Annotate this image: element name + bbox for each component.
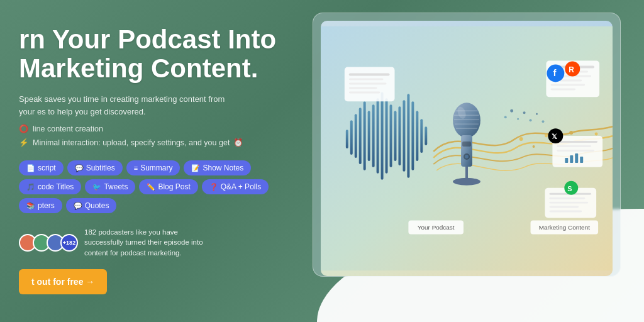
svg-rect-12	[394, 111, 396, 161]
tag-episode-titles[interactable]: 🎵 code Titles	[19, 179, 81, 194]
svg-rect-67	[580, 157, 583, 163]
tag-chapters[interactable]: 📚 pters	[19, 198, 62, 213]
svg-rect-70	[549, 197, 585, 199]
social-proof: +182 182 podcasters like you have succes…	[19, 227, 283, 257]
svg-point-22	[545, 135, 548, 138]
circle-icon: ⭕	[19, 124, 29, 133]
svg-point-43	[465, 155, 469, 158]
svg-text:𝕏: 𝕏	[552, 133, 557, 140]
svg-text:Your Podcast: Your Podcast	[418, 224, 455, 231]
lightning-icon: ⚡	[19, 138, 29, 147]
svg-rect-49	[349, 78, 384, 80]
svg-rect-52	[349, 91, 380, 93]
svg-rect-64	[565, 158, 568, 163]
cta-button[interactable]: t out for free →	[19, 269, 107, 294]
svg-text:S: S	[567, 185, 572, 192]
svg-rect-63	[557, 150, 594, 152]
main-title: rn Your Podcast Into Marketing Content.	[19, 25, 283, 83]
svg-rect-18	[420, 119, 423, 153]
svg-rect-59	[550, 88, 575, 90]
svg-rect-66	[575, 153, 578, 163]
avatar-count-badge: +182	[60, 234, 78, 252]
svg-point-30	[523, 111, 526, 114]
svg-rect-3	[355, 114, 357, 158]
svg-rect-4	[359, 108, 362, 164]
svg-rect-9	[381, 92, 384, 179]
svg-rect-6	[368, 111, 370, 161]
svg-text:f: f	[553, 67, 556, 78]
svg-point-20	[519, 137, 523, 141]
feature-1: ⭕ line content creation	[19, 124, 283, 135]
right-panel: f R 𝕏 S Your Podcast	[302, 0, 644, 322]
svg-rect-14	[402, 100, 405, 172]
svg-point-28	[510, 109, 513, 113]
chapters-icon: 📚	[26, 202, 35, 210]
page-wrapper: rn Your Podcast Into Marketing Content. …	[0, 0, 644, 322]
tag-tweets[interactable]: 🐦 Tweets	[85, 179, 135, 194]
svg-rect-58	[550, 84, 585, 86]
svg-point-21	[533, 145, 535, 148]
tags-section: 📄 script 💬 Subtitles ≡ Summary 📝 Show No…	[19, 160, 283, 217]
qa-icon: ❓	[209, 183, 218, 191]
screen-content: f R 𝕏 S Your Podcast	[321, 21, 613, 276]
tags-row-1: 📄 script 💬 Subtitles ≡ Summary 📝 Show No…	[19, 160, 283, 175]
svg-rect-41	[462, 142, 471, 147]
monitor-screen: f R 𝕏 S Your Podcast	[321, 21, 613, 276]
features-list: ⭕ line content creation ⚡ Minimal intera…	[19, 124, 283, 152]
svg-rect-17	[416, 111, 418, 161]
tag-blog-post[interactable]: ✏️ Blog Post	[139, 179, 197, 194]
blog-icon: ✏️	[147, 183, 155, 191]
subtitle-text: Speak saves you time in creating marketi…	[19, 93, 233, 118]
svg-rect-65	[570, 155, 573, 163]
avatar-group: +182	[19, 234, 78, 252]
tag-show-notes[interactable]: 📝 Show Notes	[184, 160, 251, 175]
svg-rect-7	[372, 104, 375, 167]
svg-point-31	[530, 119, 532, 121]
svg-point-34	[453, 103, 480, 138]
svg-point-29	[517, 118, 519, 120]
tags-row-3: 📚 pters 💬 Quotes	[19, 198, 283, 213]
subtitles-icon: 💬	[75, 164, 84, 172]
svg-text:R: R	[569, 65, 574, 74]
svg-point-26	[595, 133, 598, 136]
summary-icon: ≡	[134, 164, 138, 172]
tag-summary[interactable]: ≡ Summary	[126, 160, 180, 175]
svg-rect-13	[398, 106, 401, 165]
svg-point-33	[541, 120, 544, 123]
svg-rect-73	[549, 211, 582, 213]
svg-point-24	[569, 131, 573, 135]
svg-rect-15	[407, 94, 409, 177]
monitor-mockup: f R 𝕏 S Your Podcast	[313, 13, 621, 277]
transcript-icon: 📄	[26, 164, 35, 172]
svg-rect-5	[364, 101, 366, 170]
svg-rect-19	[425, 126, 427, 145]
svg-rect-51	[349, 87, 377, 89]
svg-point-27	[504, 116, 507, 118]
tag-transcript[interactable]: 📄 script	[19, 160, 64, 175]
svg-point-32	[536, 113, 538, 115]
episode-icon: 🎵	[26, 183, 35, 191]
svg-text:Marketing Content: Marketing Content	[539, 224, 590, 231]
svg-rect-71	[549, 202, 588, 204]
svg-rect-1	[346, 130, 348, 148]
svg-rect-62	[557, 145, 591, 147]
svg-rect-72	[549, 206, 579, 208]
tweets-icon: 🐦	[92, 183, 101, 191]
show-notes-icon: 📝	[191, 164, 200, 172]
svg-rect-50	[349, 82, 387, 84]
illustration-svg: f R 𝕏 S Your Podcast	[321, 21, 613, 276]
feature-2: ⚡ Minimal interaction: upload, specify s…	[19, 138, 283, 149]
social-proof-text: 182 podcasters like you have successfull…	[84, 227, 210, 257]
svg-point-45	[453, 178, 480, 186]
tag-quotes[interactable]: 💬 Quotes	[66, 198, 117, 213]
svg-rect-16	[411, 101, 414, 170]
svg-rect-11	[390, 104, 392, 167]
svg-rect-10	[386, 98, 388, 173]
tags-row-2: 🎵 code Titles 🐦 Tweets ✏️ Blog Post ❓ Q&…	[19, 179, 283, 194]
svg-rect-61	[557, 141, 597, 143]
left-panel: rn Your Podcast Into Marketing Content. …	[0, 0, 302, 322]
svg-rect-48	[349, 74, 390, 76]
clock-icon: ⏰	[233, 138, 243, 147]
tag-qa-polls[interactable]: ❓ Q&A + Polls	[202, 179, 269, 194]
tag-subtitles[interactable]: 💬 Subtitles	[67, 160, 123, 175]
